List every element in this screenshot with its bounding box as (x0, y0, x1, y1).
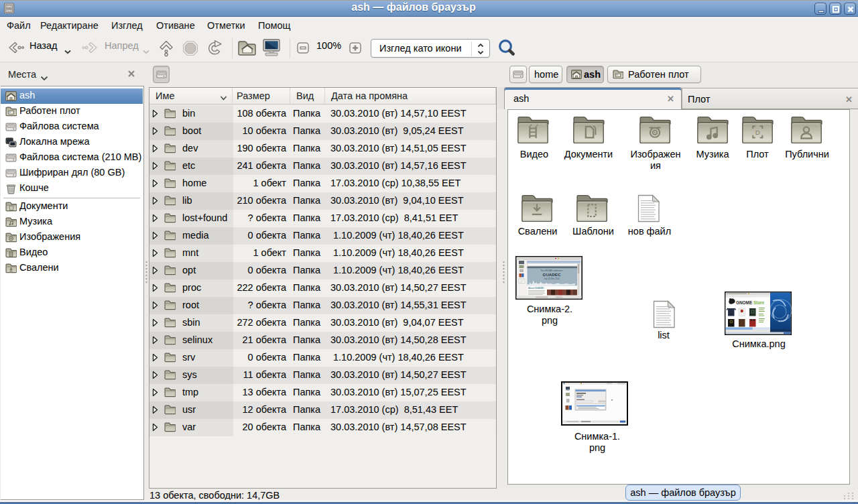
svg-text:D: D (755, 129, 760, 136)
svg-text:GNOME: GNOME (736, 300, 753, 305)
svg-text:GUADEC: GUADEC (543, 272, 561, 277)
svg-text:About GUADEC: About GUADEC (528, 287, 545, 290)
svg-text:Store: Store (753, 300, 765, 305)
svg-text:July 24-30th, 2010: July 24-30th, 2010 (544, 277, 559, 280)
